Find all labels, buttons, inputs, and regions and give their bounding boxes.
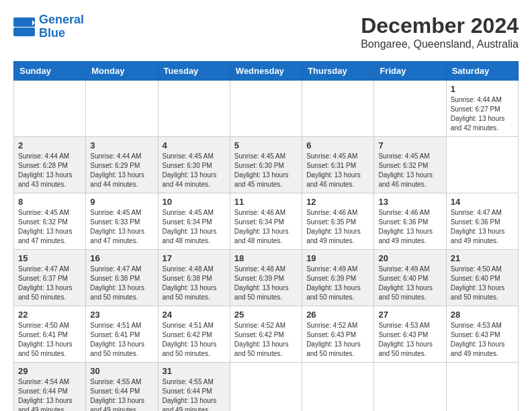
day-content: Sunrise: 4:48 AM Sunset: 6:39 PM Dayligh… [234, 265, 298, 302]
calendar-week-row: 29 Sunrise: 4:54 AM Sunset: 6:44 PM Dayl… [14, 363, 519, 412]
empty-cell [158, 81, 230, 137]
calendar-day-cell: 4 Sunrise: 4:45 AM Sunset: 6:30 PM Dayli… [158, 137, 230, 193]
calendar-header-row: SundayMondayTuesdayWednesdayThursdayFrid… [14, 62, 519, 81]
day-number: 7 [378, 140, 441, 150]
calendar-day-cell: 14 Sunrise: 4:47 AM Sunset: 6:36 PM Dayl… [446, 193, 518, 250]
day-content: Sunrise: 4:47 AM Sunset: 6:37 PM Dayligh… [18, 265, 81, 302]
day-number: 5 [234, 140, 298, 150]
day-number: 6 [306, 140, 369, 150]
calendar-day-cell: 3 Sunrise: 4:44 AM Sunset: 6:29 PM Dayli… [86, 137, 158, 193]
day-content: Sunrise: 4:49 AM Sunset: 6:39 PM Dayligh… [306, 265, 369, 302]
svg-rect-0 [13, 17, 35, 27]
empty-cell [446, 363, 518, 412]
calendar-day-cell: 27 Sunrise: 4:53 AM Sunset: 6:43 PM Dayl… [374, 306, 446, 363]
calendar-day-cell: 11 Sunrise: 4:46 AM Sunset: 6:34 PM Dayl… [230, 193, 302, 250]
col-header-friday: Friday [374, 62, 446, 81]
day-content: Sunrise: 4:49 AM Sunset: 6:40 PM Dayligh… [378, 265, 441, 302]
calendar-week-row: 22 Sunrise: 4:50 AM Sunset: 6:41 PM Dayl… [14, 306, 519, 363]
empty-cell [374, 81, 446, 137]
calendar-week-row: 8 Sunrise: 4:45 AM Sunset: 6:32 PM Dayli… [14, 193, 519, 250]
day-content: Sunrise: 4:52 AM Sunset: 6:43 PM Dayligh… [306, 321, 369, 359]
day-content: Sunrise: 4:48 AM Sunset: 6:38 PM Dayligh… [163, 265, 226, 302]
calendar-day-cell: 19 Sunrise: 4:49 AM Sunset: 6:39 PM Dayl… [302, 250, 374, 306]
day-number: 23 [90, 310, 153, 320]
calendar-day-cell: 25 Sunrise: 4:52 AM Sunset: 6:42 PM Dayl… [230, 306, 302, 363]
calendar-day-cell: 21 Sunrise: 4:50 AM Sunset: 6:40 PM Dayl… [446, 250, 518, 306]
empty-cell [374, 363, 446, 412]
day-number: 28 [451, 310, 514, 320]
calendar-day-cell: 8 Sunrise: 4:45 AM Sunset: 6:32 PM Dayli… [14, 193, 86, 250]
day-number: 30 [90, 366, 153, 376]
col-header-wednesday: Wednesday [230, 62, 302, 81]
calendar-day-cell: 2 Sunrise: 4:44 AM Sunset: 6:28 PM Dayli… [14, 137, 86, 193]
calendar-day-cell: 9 Sunrise: 4:45 AM Sunset: 6:33 PM Dayli… [86, 193, 158, 250]
calendar-week-row: 15 Sunrise: 4:47 AM Sunset: 6:37 PM Dayl… [14, 250, 519, 306]
day-content: Sunrise: 4:45 AM Sunset: 6:33 PM Dayligh… [90, 208, 153, 246]
day-number: 16 [90, 253, 153, 263]
col-header-sunday: Sunday [14, 62, 86, 81]
day-content: Sunrise: 4:55 AM Sunset: 6:44 PM Dayligh… [90, 377, 153, 411]
calendar-week-row: 2 Sunrise: 4:44 AM Sunset: 6:28 PM Dayli… [14, 137, 519, 193]
day-content: Sunrise: 4:55 AM Sunset: 6:44 PM Dayligh… [163, 377, 226, 411]
calendar-day-cell: 29 Sunrise: 4:54 AM Sunset: 6:44 PM Dayl… [14, 363, 86, 412]
day-number: 21 [451, 253, 514, 263]
calendar-table: SundayMondayTuesdayWednesdayThursdayFrid… [13, 61, 519, 411]
calendar-day-cell: 6 Sunrise: 4:45 AM Sunset: 6:31 PM Dayli… [302, 137, 374, 193]
day-number: 11 [234, 197, 298, 207]
calendar-day-cell: 13 Sunrise: 4:46 AM Sunset: 6:36 PM Dayl… [374, 193, 446, 250]
day-number: 22 [18, 310, 81, 320]
logo-text: General Blue [39, 13, 84, 40]
page-title: December 2024 [361, 13, 519, 38]
day-number: 20 [378, 253, 441, 263]
day-number: 14 [451, 197, 514, 207]
calendar-day-cell: 10 Sunrise: 4:45 AM Sunset: 6:34 PM Dayl… [158, 193, 230, 250]
day-content: Sunrise: 4:47 AM Sunset: 6:36 PM Dayligh… [451, 208, 514, 246]
day-number: 17 [163, 253, 226, 263]
day-content: Sunrise: 4:44 AM Sunset: 6:28 PM Dayligh… [18, 152, 81, 189]
calendar-day-cell: 7 Sunrise: 4:45 AM Sunset: 6:32 PM Dayli… [374, 137, 446, 193]
title-block: December 2024 Bongaree, Queensland, Aust… [361, 13, 519, 50]
day-content: Sunrise: 4:47 AM Sunset: 6:38 PM Dayligh… [90, 265, 153, 302]
calendar-day-cell: 12 Sunrise: 4:46 AM Sunset: 6:35 PM Dayl… [302, 193, 374, 250]
day-number: 10 [163, 197, 226, 207]
day-content: Sunrise: 4:54 AM Sunset: 6:44 PM Dayligh… [18, 377, 81, 411]
calendar-day-cell: 16 Sunrise: 4:47 AM Sunset: 6:38 PM Dayl… [86, 250, 158, 306]
day-content: Sunrise: 4:50 AM Sunset: 6:41 PM Dayligh… [18, 321, 81, 359]
day-content: Sunrise: 4:46 AM Sunset: 6:34 PM Dayligh… [234, 208, 298, 246]
day-number: 1 [451, 84, 514, 94]
col-header-tuesday: Tuesday [158, 62, 230, 81]
page-subtitle: Bongaree, Queensland, Australia [361, 38, 519, 50]
day-number: 26 [306, 310, 369, 320]
empty-cell [302, 363, 374, 412]
day-number: 19 [306, 253, 369, 263]
empty-cell [86, 81, 158, 137]
empty-cell [230, 81, 302, 137]
day-number: 24 [163, 310, 226, 320]
day-content: Sunrise: 4:45 AM Sunset: 6:30 PM Dayligh… [234, 152, 298, 189]
calendar-day-cell: 18 Sunrise: 4:48 AM Sunset: 6:39 PM Dayl… [230, 250, 302, 306]
col-header-saturday: Saturday [446, 62, 518, 81]
day-content: Sunrise: 4:44 AM Sunset: 6:27 PM Dayligh… [451, 95, 514, 133]
day-content: Sunrise: 4:51 AM Sunset: 6:41 PM Dayligh… [90, 321, 153, 359]
calendar-day-cell: 17 Sunrise: 4:48 AM Sunset: 6:38 PM Dayl… [158, 250, 230, 306]
day-content: Sunrise: 4:45 AM Sunset: 6:32 PM Dayligh… [18, 208, 81, 246]
page-header: General Blue December 2024 Bongaree, Que… [13, 13, 519, 50]
day-number: 27 [378, 310, 441, 320]
day-number: 13 [378, 197, 441, 207]
day-number: 25 [234, 310, 298, 320]
calendar-day-cell: 31 Sunrise: 4:55 AM Sunset: 6:44 PM Dayl… [158, 363, 230, 412]
calendar-day-cell: 23 Sunrise: 4:51 AM Sunset: 6:41 PM Dayl… [86, 306, 158, 363]
calendar-day-cell: 5 Sunrise: 4:45 AM Sunset: 6:30 PM Dayli… [230, 137, 302, 193]
logo: General Blue [13, 13, 84, 40]
day-content: Sunrise: 4:44 AM Sunset: 6:29 PM Dayligh… [90, 152, 153, 189]
empty-cell [302, 81, 374, 137]
day-content: Sunrise: 4:45 AM Sunset: 6:34 PM Dayligh… [163, 208, 226, 246]
day-content: Sunrise: 4:51 AM Sunset: 6:42 PM Dayligh… [163, 321, 226, 359]
day-number: 9 [90, 197, 153, 207]
calendar-day-cell: 30 Sunrise: 4:55 AM Sunset: 6:44 PM Dayl… [86, 363, 158, 412]
calendar-week-row: 1 Sunrise: 4:44 AM Sunset: 6:27 PM Dayli… [14, 81, 519, 137]
calendar-day-cell: 24 Sunrise: 4:51 AM Sunset: 6:42 PM Dayl… [158, 306, 230, 363]
day-number: 2 [18, 140, 81, 150]
day-content: Sunrise: 4:45 AM Sunset: 6:32 PM Dayligh… [378, 152, 441, 189]
logo-icon [13, 17, 35, 36]
